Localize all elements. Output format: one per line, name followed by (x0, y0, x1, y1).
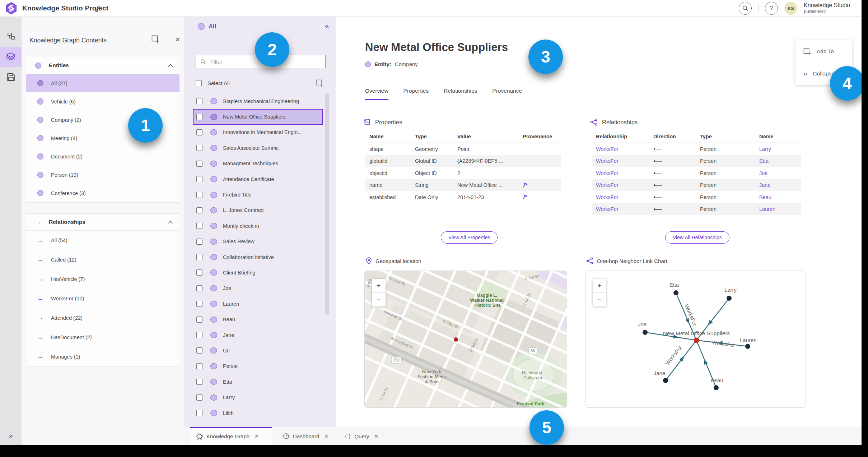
tab-provenance[interactable]: Provenance (492, 88, 522, 100)
list-item[interactable]: Larry (193, 389, 323, 405)
tab-knowledge-graph[interactable]: Knowledge Graph ✕ (190, 427, 272, 445)
list-item[interactable]: Montly check-in (193, 218, 323, 234)
provenance-flag-icon[interactable] (523, 182, 528, 188)
relationship-type-item[interactable]: →Manages (1) (26, 347, 179, 366)
tab-relationships[interactable]: Relationships (444, 88, 477, 100)
zoom-out-button[interactable]: − (593, 293, 606, 306)
relationship-type-item[interactable]: →WorksFor (10) (26, 289, 179, 308)
list-item[interactable]: Sales Associate Summit (193, 140, 323, 156)
provenance-flag-icon[interactable] (523, 194, 528, 200)
relationship-type-item[interactable]: →All (54) (26, 231, 179, 250)
view-all-relationships-button[interactable]: View All Relationships (665, 231, 729, 244)
close-tab-icon[interactable]: ✕ (374, 433, 378, 439)
list-item[interactable]: Etta (193, 374, 323, 389)
tab-properties[interactable]: Properties (403, 88, 429, 100)
relationship-link[interactable]: WorksFor (596, 182, 619, 188)
list-item[interactable]: Lauren (193, 296, 323, 311)
add-to-button[interactable]: Add To (795, 40, 852, 63)
user-info[interactable]: Knowledge Studio publisher2 (804, 2, 850, 14)
list-item[interactable]: Collaboration initiative (193, 249, 323, 265)
list-scrollbar[interactable] (325, 93, 329, 315)
item-checkbox[interactable] (196, 161, 202, 167)
tab-dashboard[interactable]: Dashboard ✕ (277, 427, 334, 445)
zoom-out-button[interactable]: − (372, 293, 386, 306)
list-item[interactable]: Attendance Certificate (193, 171, 323, 187)
expand-rail-button[interactable]: » (0, 432, 22, 440)
node-beau[interactable] (714, 385, 719, 390)
search-button[interactable] (739, 2, 752, 15)
contents-tool-button[interactable] (0, 47, 22, 67)
item-checkbox[interactable] (196, 301, 202, 307)
node-center-company[interactable] (694, 338, 699, 343)
item-checkbox[interactable] (196, 269, 202, 276)
list-item[interactable]: Jane (193, 327, 323, 343)
zoom-in-button[interactable]: + (593, 279, 606, 293)
relationship-link[interactable]: WorksFor (596, 206, 619, 212)
item-checkbox[interactable] (196, 192, 202, 198)
item-checkbox[interactable] (196, 145, 202, 151)
item-checkbox[interactable] (196, 254, 202, 260)
item-checkbox[interactable] (196, 285, 202, 291)
related-entity-link[interactable]: Lauren (759, 206, 775, 212)
close-tab-icon[interactable]: ✕ (255, 433, 259, 439)
relationship-link[interactable]: WorksFor (596, 158, 619, 164)
node-etta[interactable] (673, 290, 678, 295)
item-checkbox[interactable] (196, 347, 202, 354)
entity-type-item[interactable]: Document (2) (26, 147, 179, 166)
close-tab-icon[interactable]: ✕ (324, 433, 328, 439)
item-checkbox[interactable] (196, 239, 202, 245)
list-item[interactable]: New Metal Office Suppliers (193, 109, 323, 124)
list-item[interactable]: Lilith (193, 405, 323, 421)
item-checkbox[interactable] (196, 363, 202, 369)
item-checkbox[interactable] (196, 317, 202, 323)
entity-type-item[interactable]: Conference (3) (26, 184, 179, 202)
item-checkbox[interactable] (196, 332, 202, 338)
geospatial-map[interactable]: + − (364, 271, 567, 408)
relationship-link[interactable]: WorksFor (596, 194, 619, 200)
item-checkbox[interactable] (196, 176, 202, 182)
list-item[interactable]: Beau (193, 311, 323, 327)
relationship-type-item[interactable]: →Called (12) (26, 250, 179, 269)
related-entity-link[interactable]: Joe (759, 170, 767, 176)
list-item[interactable]: Innovations in Mechanical Engin... (193, 125, 323, 140)
edit-title-icon[interactable] (94, 5, 101, 12)
help-button[interactable]: ? (765, 2, 778, 15)
list-item[interactable]: Uri (193, 343, 323, 358)
node-lauren[interactable] (745, 344, 750, 349)
list-item[interactable]: Staplers Mechanical Engineering (193, 93, 323, 109)
list-item[interactable]: Sales Review (193, 234, 323, 249)
add-selection-icon[interactable] (316, 79, 323, 87)
node-larry[interactable] (727, 296, 732, 301)
avatar[interactable]: KS (784, 2, 797, 15)
list-item[interactable]: Client Briefing (193, 265, 323, 280)
list-item[interactable]: Persie (193, 359, 323, 374)
list-item[interactable]: L. Jones Contract (193, 203, 323, 218)
relationship-link[interactable]: WorksFor (596, 146, 619, 152)
relationship-type-item[interactable]: →Attended (22) (26, 308, 179, 328)
item-checkbox[interactable] (196, 98, 202, 104)
related-entity-link[interactable]: Jane (759, 182, 770, 188)
save-tool-button[interactable] (0, 67, 22, 87)
item-checkbox[interactable] (196, 114, 202, 120)
relationship-link[interactable]: WorksFor (596, 170, 619, 176)
select-all-checkbox[interactable] (196, 80, 202, 86)
item-checkbox[interactable] (196, 394, 202, 401)
collapse-panel-icon[interactable]: « (325, 22, 329, 30)
node-joe[interactable] (643, 330, 648, 335)
entities-section-header[interactable]: Entities (26, 57, 179, 74)
close-panel-icon[interactable]: ✕ (175, 36, 180, 43)
relationship-type-item[interactable]: →HasDocument (2) (26, 328, 179, 347)
node-jane[interactable] (663, 378, 668, 383)
add-to-new-icon[interactable] (151, 35, 159, 43)
list-item[interactable]: Joe (193, 281, 323, 296)
relationships-section-header[interactable]: → Relationships (26, 214, 179, 231)
tab-overview[interactable]: Overview (365, 88, 388, 100)
item-checkbox[interactable] (196, 379, 202, 385)
related-entity-link[interactable]: Larry (759, 146, 771, 152)
related-entity-link[interactable]: Etta (759, 158, 769, 164)
entity-type-item[interactable]: Vehicle (6) (26, 92, 179, 111)
item-checkbox[interactable] (196, 207, 202, 213)
entity-type-item[interactable]: Person (10) (26, 166, 179, 184)
item-checkbox[interactable] (196, 223, 202, 229)
view-all-properties-button[interactable]: View All Properties (441, 231, 498, 244)
